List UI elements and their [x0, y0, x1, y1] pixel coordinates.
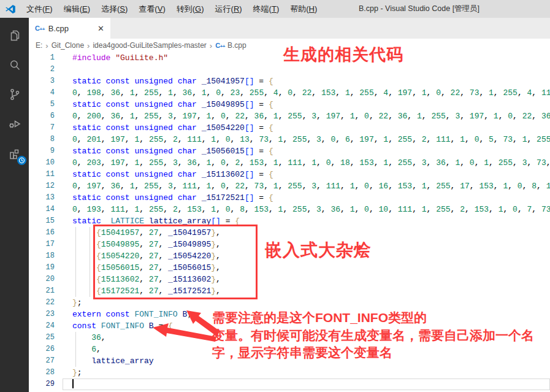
- menu-item-g[interactable]: 转到(G): [171, 0, 210, 18]
- code-text: };: [72, 367, 82, 379]
- line-number: 7: [29, 122, 63, 134]
- menu-item-r[interactable]: 运行(R): [210, 0, 248, 18]
- code-line[interactable]: 22};: [29, 297, 550, 309]
- line-number: 10: [29, 157, 63, 169]
- code-line[interactable]: 25 36,: [29, 332, 550, 344]
- search-icon[interactable]: [0, 50, 29, 80]
- code-editor[interactable]: 1#include "GuiLite.h"23static const unsi…: [29, 52, 550, 392]
- code-line[interactable]: 27 lattice_array: [29, 355, 550, 367]
- code-text: 0, 201, 197, 1, 255, 2, 111, 1, 0, 13, 7…: [72, 134, 550, 145]
- code-line[interactable]: 13static const unsigned char _15172521[]…: [29, 192, 550, 204]
- code-line[interactable]: 23extern const FONT_INFO B;: [29, 309, 550, 320]
- code-text: static const unsigned char _15049895[] =…: [72, 99, 273, 110]
- close-tab-icon[interactable]: ✕: [97, 24, 104, 33]
- breadcrumb-separator-icon: ›: [86, 41, 90, 50]
- code-line[interactable]: 2: [29, 64, 550, 75]
- code-line[interactable]: 15static LATTICE lattice_array[] = {: [29, 215, 550, 227]
- code-text: {15113602, 27, _15113602},: [72, 274, 221, 285]
- code-text: {15056015, 27, _15056015},: [72, 262, 221, 274]
- code-line[interactable]: 18 {15054220, 27, _15054220},: [29, 250, 550, 262]
- run-debug-icon[interactable]: [0, 109, 29, 139]
- code-line[interactable]: 1#include "GuiLite.h": [29, 52, 550, 64]
- line-number: 12: [29, 180, 63, 192]
- code-line[interactable]: 11static const unsigned char _15113602[]…: [29, 169, 550, 180]
- code-text: {15172521, 27, _15172521},: [72, 285, 221, 297]
- code-line[interactable]: 29: [29, 379, 550, 390]
- line-number: 9: [29, 145, 63, 157]
- code-line[interactable]: 3static const unsigned char _15041957[] …: [29, 75, 550, 87]
- code-text: {15054220, 27, _15054220},: [72, 250, 221, 262]
- code-text: };: [72, 297, 82, 309]
- code-text: static const unsigned char _15172521[] =…: [72, 192, 273, 204]
- code-line[interactable]: 20 {15113602, 27, _15113602},: [29, 274, 550, 285]
- source-control-icon[interactable]: [0, 80, 29, 109]
- code-text: const FONT_INFO B = {: [72, 320, 173, 332]
- line-number: 19: [29, 262, 63, 274]
- line-number: 13: [29, 192, 63, 204]
- menu-item-v[interactable]: 查看(V): [133, 0, 170, 18]
- code-line[interactable]: 120, 197, 36, 1, 255, 3, 111, 1, 0, 22, …: [29, 180, 550, 192]
- tab-label: B.cpp: [48, 24, 69, 33]
- code-text: static const unsigned char _15054220[] =…: [72, 122, 273, 134]
- explorer-icon[interactable]: [0, 21, 29, 50]
- code-line[interactable]: 5static const unsigned char _15049895[] …: [29, 99, 550, 110]
- menu-item-s[interactable]: 选择(S): [96, 0, 133, 18]
- code-line[interactable]: 19 {15056015, 27, _15056015},: [29, 262, 550, 274]
- line-number: 21: [29, 285, 63, 297]
- clock-badge-icon: [17, 156, 26, 165]
- line-number: 2: [29, 64, 63, 75]
- code-line[interactable]: 28};: [29, 367, 550, 379]
- line-number: 25: [29, 332, 63, 344]
- breadcrumb-item[interactable]: B.cpp: [227, 41, 246, 50]
- activity-bar: [0, 18, 29, 392]
- code-line[interactable]: 40, 198, 36, 1, 255, 1, 36, 1, 0, 23, 25…: [29, 87, 550, 99]
- code-text: [72, 379, 74, 390]
- code-text: static const unsigned char _15113602[] =…: [72, 169, 273, 180]
- line-number: 3: [29, 75, 63, 87]
- breadcrumb-item[interactable]: idea4good-GuiLiteSamples-master: [93, 41, 206, 50]
- code-line[interactable]: 16 {15041957, 27, _15041957},: [29, 227, 550, 239]
- vscode-logo-icon: [5, 4, 16, 15]
- breadcrumb-separator-icon: ›: [209, 41, 213, 50]
- code-line[interactable]: 21 {15172521, 27, _15172521},: [29, 285, 550, 297]
- code-line[interactable]: 9static const unsigned char _15056015[] …: [29, 145, 550, 157]
- code-line[interactable]: 140, 193, 111, 1, 255, 2, 153, 1, 0, 8, …: [29, 204, 550, 215]
- breadcrumb-item[interactable]: Git_Clone: [52, 41, 84, 50]
- code-line[interactable]: 60, 200, 36, 1, 255, 3, 197, 1, 0, 22, 3…: [29, 110, 550, 122]
- menu-bar: 文件(F)编辑(E)选择(S)查看(V)转到(G)运行(R)终端(T)帮助(H): [21, 0, 323, 18]
- line-number: 22: [29, 297, 63, 309]
- code-line[interactable]: 7static const unsigned char _15054220[] …: [29, 122, 550, 134]
- tab-b-cpp[interactable]: C++B.cpp✕: [29, 18, 110, 39]
- code-text: lattice_array: [72, 355, 154, 367]
- line-number: 14: [29, 204, 63, 215]
- line-number: 15: [29, 215, 63, 227]
- breadcrumb-item[interactable]: E:: [36, 41, 42, 50]
- code-text: static const unsigned char _15056015[] =…: [72, 145, 273, 157]
- title-bar: 文件(F)编辑(E)选择(S)查看(V)转到(G)运行(R)终端(T)帮助(H)…: [0, 0, 550, 18]
- code-text: #include "GuiLite.h": [72, 52, 168, 64]
- line-number: 27: [29, 355, 63, 367]
- line-number: 8: [29, 134, 63, 145]
- line-number: 6: [29, 110, 63, 122]
- code-line[interactable]: 24const FONT_INFO B = {: [29, 320, 550, 332]
- extensions-icon[interactable]: [0, 139, 29, 168]
- code-line[interactable]: 100, 203, 197, 1, 255, 3, 36, 1, 0, 2, 1…: [29, 157, 550, 169]
- code-text: 0, 193, 111, 1, 255, 2, 153, 1, 0, 8, 15…: [72, 204, 550, 215]
- line-number: 17: [29, 239, 63, 250]
- code-line[interactable]: 80, 201, 197, 1, 255, 2, 111, 1, 0, 13, …: [29, 134, 550, 145]
- menu-item-t[interactable]: 终端(T): [248, 0, 285, 18]
- text-cursor: [72, 379, 74, 388]
- breadcrumb: E:›Git_Clone›idea4good-GuiLiteSamples-ma…: [29, 39, 550, 52]
- code-line[interactable]: 26 6,: [29, 344, 550, 355]
- code-text: {15049895, 27, _15049895},: [72, 239, 221, 250]
- menu-item-f[interactable]: 文件(F): [21, 0, 58, 18]
- line-number: 28: [29, 367, 63, 379]
- cpp-file-icon: C++: [35, 25, 45, 32]
- menu-item-h[interactable]: 帮助(H): [285, 0, 323, 18]
- line-number: 24: [29, 320, 63, 332]
- code-line[interactable]: 17 {15049895, 27, _15049895},: [29, 239, 550, 250]
- line-number: 23: [29, 309, 63, 320]
- menu-item-e[interactable]: 编辑(E): [58, 0, 96, 18]
- code-text: extern const FONT_INFO B;: [72, 309, 192, 320]
- code-text: 36,: [72, 332, 106, 344]
